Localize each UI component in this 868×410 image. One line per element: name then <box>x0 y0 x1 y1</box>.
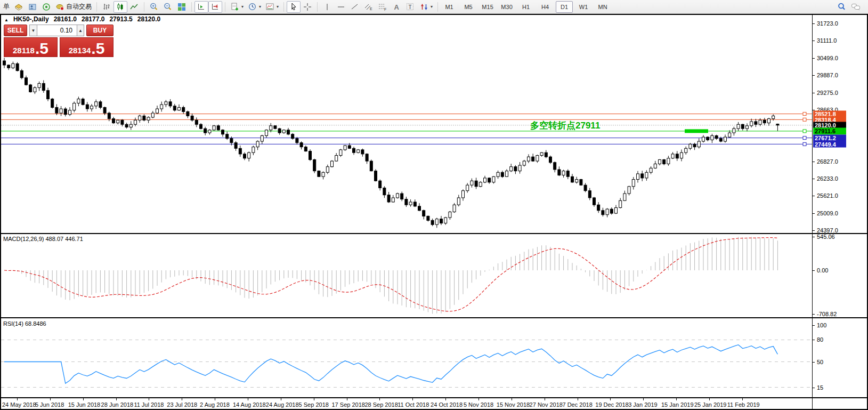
date-tick-mark <box>116 398 117 400</box>
candle-body <box>619 200 622 207</box>
date-label: 5 Jun 2018 <box>35 401 64 408</box>
candle-body <box>615 207 618 213</box>
horizontal-line-button[interactable] <box>334 1 348 13</box>
bar-high: 28177.0 <box>82 15 104 23</box>
candle-body <box>103 107 106 113</box>
price-chart-canvas[interactable]: 多空转折点27911 <box>1 15 812 233</box>
timeframe-m1[interactable]: M1 <box>441 1 458 13</box>
chat-icon <box>851 2 861 12</box>
macd-panel-canvas[interactable] <box>1 234 812 317</box>
price-tick-label: 26827.0 <box>817 158 838 165</box>
timeframe-h4[interactable]: H4 <box>537 1 554 13</box>
timeframe-m30[interactable]: M30 <box>498 1 515 13</box>
new-order-button[interactable]: 单 <box>1 1 12 13</box>
equidistant-channel-button[interactable]: E <box>362 1 376 13</box>
line-handle[interactable] <box>803 142 806 146</box>
indicators-button[interactable] <box>228 1 246 13</box>
candle-body <box>724 137 727 141</box>
candlestick-chart-button[interactable] <box>113 1 127 13</box>
timeframe-d1[interactable]: D1 <box>556 1 573 13</box>
date-tick-mark <box>742 398 743 400</box>
autotrading-button[interactable]: 自动交易 <box>53 1 94 13</box>
candle-body <box>650 168 652 172</box>
fibonacci-button[interactable]: F <box>376 1 390 13</box>
text-label-icon: T <box>405 2 415 12</box>
price-tick-mark <box>813 230 815 231</box>
rsi-tick-label: 80 <box>817 336 823 343</box>
volume-increase-button[interactable]: ▲ <box>77 25 84 36</box>
sell-price-box[interactable]: 28118 .5 <box>4 37 58 57</box>
volume-decrease-button[interactable]: ▼ <box>29 25 37 36</box>
price-tag-27911.6: 27911.6 <box>813 127 846 134</box>
one-click-collapse-toggle[interactable] <box>4 15 9 23</box>
buy-price: 28134 <box>69 45 91 55</box>
candle-body <box>230 139 233 143</box>
candle-body <box>536 156 539 162</box>
rsi-tick-mark <box>813 325 815 326</box>
timeframe-mn[interactable]: MN <box>594 1 611 13</box>
candle-body <box>637 174 639 180</box>
auto-scroll-button[interactable] <box>194 1 208 13</box>
timeframe-m15[interactable]: M15 <box>479 1 496 13</box>
line-chart-button[interactable] <box>127 1 141 13</box>
candle-body <box>475 181 477 187</box>
candle-body <box>51 99 54 108</box>
crosshair-button[interactable] <box>301 1 314 13</box>
chart-annotation-text[interactable]: 多空转折点27911 <box>530 120 600 131</box>
line-handle[interactable] <box>803 112 806 116</box>
candle-body <box>151 113 154 117</box>
search-button[interactable] <box>835 1 849 13</box>
price-axis-line <box>812 15 813 409</box>
market-watch-button[interactable] <box>12 1 26 13</box>
candle-body <box>304 147 307 151</box>
candle-body <box>353 148 355 152</box>
svg-text:E: E <box>370 7 372 11</box>
candle-body <box>453 205 456 212</box>
date-tick-mark <box>676 398 677 400</box>
candle-body <box>156 109 159 113</box>
candle-body <box>676 154 678 158</box>
arrows-button[interactable] <box>417 1 435 13</box>
chart-window[interactable]: HK50-,Daily 28161.0 28177.0 27913.5 2812… <box>0 14 868 410</box>
chart-shift-button[interactable] <box>208 1 222 13</box>
date-label: 24 May 2018 <box>2 401 36 408</box>
buy-price-box[interactable]: 28134 .5 <box>60 37 113 57</box>
candle-body <box>680 152 683 158</box>
periods-button[interactable] <box>246 1 263 13</box>
timeframe-w1[interactable]: W1 <box>575 1 592 13</box>
buy-button[interactable]: BUY <box>86 25 113 36</box>
line-handle[interactable] <box>803 118 806 121</box>
volume-input[interactable] <box>37 25 77 36</box>
candle-body <box>659 159 661 164</box>
rsi-panel-canvas[interactable] <box>1 318 812 397</box>
navigator-button[interactable] <box>26 1 39 13</box>
sell-button[interactable]: SELL <box>4 25 27 36</box>
text-button[interactable]: A <box>390 1 403 13</box>
candle-body <box>715 135 718 138</box>
trend-segment-object[interactable] <box>685 129 708 133</box>
candle-body <box>409 202 412 205</box>
text-a-icon: A <box>392 2 401 12</box>
templates-button[interactable] <box>263 1 281 13</box>
candle-body <box>73 103 76 110</box>
text-label-button[interactable]: T <box>403 1 417 13</box>
trendline-button[interactable] <box>348 1 362 13</box>
zoom-out-button[interactable] <box>161 1 175 13</box>
bar-chart-button[interactable] <box>100 1 113 13</box>
cursor-button[interactable] <box>287 1 301 13</box>
timeframe-m5[interactable]: M5 <box>460 1 477 13</box>
candle-body <box>282 130 285 133</box>
tile-windows-button[interactable] <box>175 1 189 13</box>
vertical-line-button[interactable] <box>320 1 334 13</box>
candle-body <box>418 206 421 211</box>
candle-body <box>623 194 626 200</box>
chat-button[interactable] <box>849 1 863 13</box>
trendline-icon <box>350 2 360 12</box>
line-handle[interactable] <box>803 136 806 140</box>
zoom-in-button[interactable] <box>147 1 161 13</box>
line-handle[interactable] <box>803 130 806 133</box>
timeframe-h1[interactable]: H1 <box>517 1 534 13</box>
new-chart-button[interactable] <box>39 1 53 13</box>
bar-low: 27913.5 <box>109 15 132 23</box>
bar-open: 28161.0 <box>54 15 77 23</box>
